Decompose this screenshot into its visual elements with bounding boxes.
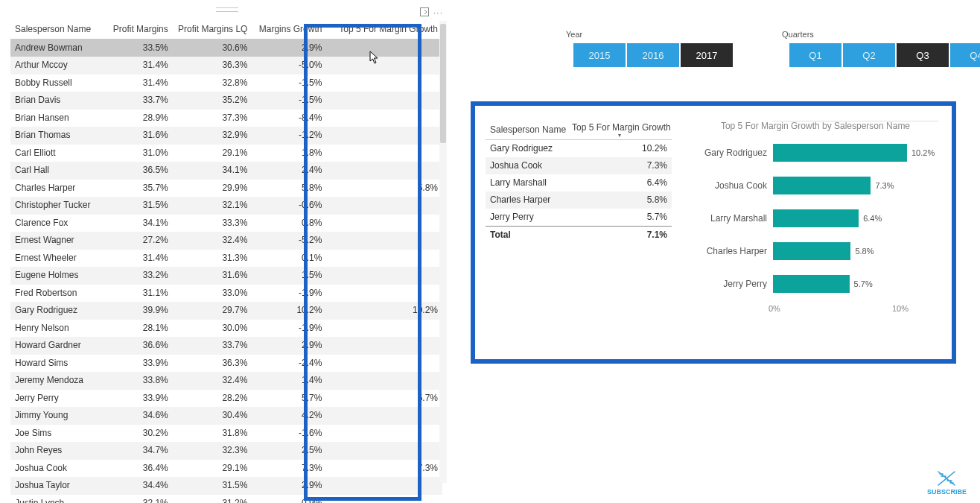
table-row[interactable]: Jerry Perry5.7% <box>486 209 672 227</box>
cell-mg: 0.9% <box>252 495 326 504</box>
table-row[interactable]: Arthur Mccoy31.4%36.3%-5.0% <box>10 57 442 75</box>
cell-name: Justin Lynch <box>10 495 108 504</box>
cell-mg: 1.4% <box>252 372 326 390</box>
chart-category-label: Gary Rodriguez <box>693 148 773 158</box>
top5-col-value[interactable]: Top 5 For Margin Growth ▾ <box>567 121 672 140</box>
cell-t5 <box>326 39 442 57</box>
slicer-option[interactable]: Q2 <box>843 43 895 67</box>
table-row[interactable]: Bobby Russell31.4%32.8%-1.5% <box>10 75 442 92</box>
cell-mg: -8.4% <box>252 110 326 127</box>
cell-name: Jerry Perry <box>10 390 108 408</box>
cell-name: Howard Gardner <box>10 337 108 355</box>
main-table-header-row[interactable]: Salesperson Name Profit Margins Profit M… <box>10 21 442 39</box>
main-table-scroll[interactable]: Salesperson Name Profit Margins Profit M… <box>10 21 442 484</box>
quarter-slicer[interactable]: Q1Q2Q3Q4 <box>789 43 980 67</box>
table-row[interactable]: Justin Lynch32.1%31.2%0.9% <box>10 495 442 504</box>
table-row[interactable]: Howard Sims33.9%36.3%-2.4% <box>10 355 442 373</box>
scrollbar-thumb[interactable] <box>440 24 446 143</box>
cell-t5 <box>326 267 442 285</box>
chart-bar-row[interactable]: Jerry Perry5.7% <box>693 271 938 297</box>
col-margins-growth[interactable]: Margins Growth <box>252 21 326 39</box>
table-row[interactable]: Ernest Wheeler31.4%31.3%0.1% <box>10 250 442 268</box>
table-row[interactable]: Eugene Holmes33.2%31.6%1.5% <box>10 267 442 285</box>
cell-pm: 33.5% <box>108 39 173 57</box>
top5-col-value-label: Top 5 For Margin Growth <box>572 122 671 133</box>
table-row[interactable]: Joshua Cook7.3% <box>486 157 672 174</box>
top5-header-row[interactable]: Salesperson Name Top 5 For Margin Growth… <box>486 121 672 140</box>
top5-bar-chart[interactable]: Top 5 For Margin Growth by Salesperson N… <box>693 121 938 319</box>
chart-bar-row[interactable]: Larry Marshall6.4% <box>693 206 938 231</box>
chart-bar-value: 5.7% <box>850 275 873 293</box>
col-profit-margins-lq[interactable]: Profit Margins LQ <box>173 21 252 39</box>
cell-mg: -5.0% <box>252 57 326 75</box>
table-row[interactable]: Joshua Taylor34.4%31.5%2.9% <box>10 477 442 495</box>
chart-bar-row[interactable]: Gary Rodriguez10.2% <box>693 140 938 165</box>
more-options-icon[interactable]: ··· <box>433 7 444 16</box>
table-row[interactable]: Ernest Wagner27.2%32.4%-5.2% <box>10 232 442 250</box>
focus-mode-icon[interactable] <box>420 7 429 16</box>
top5-col-name[interactable]: Salesperson Name <box>486 121 567 140</box>
table-row[interactable]: Jerry Perry33.9%28.2%5.7%5.7% <box>10 390 442 408</box>
top5-table-visual[interactable]: Salesperson Name Top 5 For Margin Growth… <box>486 121 672 244</box>
cell-pm: 34.4% <box>108 477 173 495</box>
table-row[interactable]: Joshua Cook36.4%29.1%7.3%7.3% <box>10 460 442 478</box>
col-profit-margins[interactable]: Profit Margins <box>108 21 173 39</box>
table-row[interactable]: Larry Marshall6.4% <box>486 174 672 192</box>
table-row[interactable]: Jeremy Mendoza33.8%32.4%1.4% <box>10 372 442 390</box>
sort-desc-icon: ▾ <box>572 133 667 138</box>
table-row[interactable]: Andrew Bowman33.5%30.6%2.9% <box>10 39 442 57</box>
table-row[interactable]: Clarence Fox34.1%33.3%0.8% <box>10 215 442 232</box>
cell-pm: 39.9% <box>108 302 173 320</box>
col-top5[interactable]: Top 5 For Margin Growth <box>326 21 442 39</box>
cell-name: Carl Elliott <box>10 145 108 162</box>
table-row[interactable]: John Reyes34.7%32.3%2.5% <box>10 442 442 460</box>
cell-t5 <box>326 197 442 215</box>
year-slicer[interactable]: 201520162017 <box>573 43 733 67</box>
chart-bar-value: 6.4% <box>859 209 882 227</box>
main-table-visual[interactable]: ··· Salesperson Name Profit Margins Prof… <box>7 6 447 498</box>
table-row[interactable]: Charles Harper5.8% <box>486 192 672 209</box>
table-row[interactable]: Christopher Tucker31.5%32.1%-0.6% <box>10 197 442 215</box>
cell-pmlq: 31.5% <box>173 477 252 495</box>
slicer-option[interactable]: 2015 <box>573 43 626 67</box>
main-table[interactable]: Salesperson Name Profit Margins Profit M… <box>10 21 442 503</box>
cell-t5 <box>326 92 442 110</box>
table-row[interactable]: Gary Rodriguez10.2% <box>486 140 672 158</box>
table-row[interactable]: Charles Harper35.7%29.9%5.8%5.8% <box>10 180 442 197</box>
cell-pm: 33.2% <box>108 267 173 285</box>
table-row[interactable]: Brian Thomas31.6%32.9%-1.2% <box>10 127 442 145</box>
table-row[interactable]: Jimmy Young34.6%30.4%4.2% <box>10 407 442 425</box>
table-row[interactable]: Carl Elliott31.0%29.1%1.8% <box>10 145 442 162</box>
table-row[interactable]: Carl Hall36.5%34.1%2.4% <box>10 162 442 180</box>
table-row[interactable]: Brian Davis33.7%35.2%-1.5% <box>10 92 442 110</box>
top5-table[interactable]: Salesperson Name Top 5 For Margin Growth… <box>486 121 672 244</box>
cell-t5 <box>326 250 442 268</box>
cell-name: Andrew Bowman <box>10 39 108 57</box>
slicer-option[interactable]: 2016 <box>627 43 679 67</box>
table-row[interactable]: Brian Hansen28.9%37.3%-8.4% <box>10 110 442 127</box>
slicer-option[interactable]: 2017 <box>681 43 733 67</box>
cell-pmlq: 32.1% <box>173 197 252 215</box>
table-row[interactable]: Howard Gardner36.6%33.7%2.9% <box>10 337 442 355</box>
table-row[interactable]: Fred Robertson31.1%33.0%-1.9% <box>10 285 442 303</box>
slicer-option[interactable]: Q1 <box>789 43 841 67</box>
col-salesperson[interactable]: Salesperson Name <box>10 21 108 39</box>
drag-grip-icon[interactable] <box>216 7 238 12</box>
table-row[interactable]: Henry Nelson28.1%30.0%-1.9% <box>10 320 442 338</box>
chart-bar-row[interactable]: Charles Harper5.8% <box>693 238 938 264</box>
cell-name: Gary Rodriguez <box>486 140 567 158</box>
slicer-option[interactable]: Q4 <box>950 43 980 67</box>
cell-pm: 33.9% <box>108 355 173 373</box>
cell-pmlq: 31.3% <box>173 250 252 268</box>
slicer-option[interactable]: Q3 <box>897 43 949 67</box>
cell-name: Howard Sims <box>10 355 108 373</box>
subscribe-badge[interactable]: SUBSCRIBE <box>927 470 967 496</box>
table-row[interactable]: Joe Sims30.2%31.8%-1.6% <box>10 425 442 443</box>
cell-mg: 2.9% <box>252 477 326 495</box>
main-table-scrollbar[interactable] <box>439 21 447 483</box>
cell-val: 5.7% <box>567 209 672 227</box>
cell-name: Carl Hall <box>10 162 108 180</box>
table-row[interactable]: Gary Rodriguez39.9%29.7%10.2%10.2% <box>10 302 442 320</box>
cell-pmlq: 28.2% <box>173 390 252 408</box>
chart-bar-row[interactable]: Joshua Cook7.3% <box>693 173 938 198</box>
